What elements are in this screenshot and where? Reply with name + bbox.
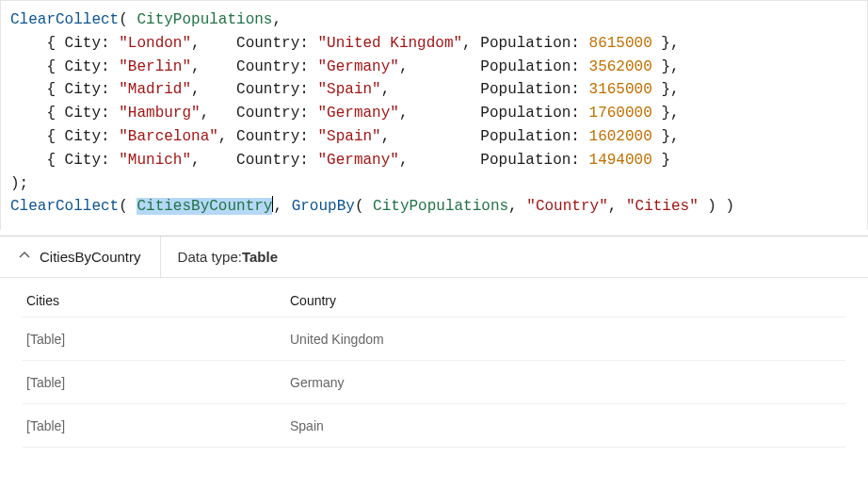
string-literal: "Spain" (317, 81, 380, 98)
string-literal: "Germany" (317, 152, 398, 169)
number-literal: 1760000 (589, 105, 652, 122)
function-name: ClearCollect (10, 198, 119, 215)
string-literal: "London" (119, 35, 191, 52)
string-literal: "Country" (526, 198, 607, 215)
cell-cities: [Table] (23, 332, 286, 347)
cell-country: United Kingdom (286, 332, 531, 347)
table-row[interactable]: [Table] United Kingdom (23, 318, 845, 361)
string-literal: "Hamburg" (119, 105, 200, 122)
collection-name: CityPopulations (137, 11, 272, 28)
result-table: Cities Country [Table] United Kingdom [T… (23, 284, 845, 448)
function-name: ClearCollect (10, 11, 119, 28)
paren-open: ( (119, 11, 137, 28)
number-literal: 8615000 (589, 35, 652, 52)
result-collapse-toggle[interactable]: CitiesByCountry (0, 236, 161, 277)
datatype-label: Data type: (178, 249, 242, 265)
result-header: CitiesByCountry Data type: Table (0, 236, 868, 278)
string-literal: "Spain" (317, 128, 380, 145)
close-record-block: ); (10, 175, 28, 192)
selected-identifier: CitiesByCountry (137, 198, 272, 215)
string-literal: "Barcelona" (119, 128, 218, 145)
string-literal: "Germany" (317, 58, 398, 75)
string-literal: "Germany" (317, 105, 398, 122)
string-literal: "Berlin" (119, 58, 191, 75)
string-literal: "Munich" (119, 152, 191, 169)
string-literal: "Madrid" (119, 81, 191, 98)
result-title: CitiesByCountry (40, 249, 141, 265)
chevron-up-icon (19, 250, 30, 264)
column-header-cities[interactable]: Cities (23, 293, 286, 308)
cell-country: Spain (286, 418, 531, 433)
column-header-country[interactable]: Country (286, 293, 531, 308)
cell-country: Germany (286, 375, 531, 390)
cell-cities: [Table] (23, 375, 286, 390)
number-literal: 1602000 (589, 128, 652, 145)
number-literal: 3165000 (589, 81, 652, 98)
result-pane: CitiesByCountry Data type: Table Cities … (0, 236, 868, 448)
function-name: GroupBy (292, 198, 355, 215)
datatype-value: Table (242, 249, 278, 265)
collection-name: CityPopulations (373, 198, 508, 215)
string-literal: "United Kingdom" (317, 35, 462, 52)
table-row[interactable]: [Table] Spain (23, 404, 845, 448)
table-row[interactable]: [Table] Germany (23, 361, 845, 404)
number-literal: 3562000 (589, 58, 652, 75)
cell-cities: [Table] (23, 418, 286, 433)
formula-bar[interactable]: ClearCollect( CityPopulations, { City: "… (0, 0, 868, 230)
string-literal: "Cities" (626, 198, 699, 215)
table-header-row: Cities Country (23, 284, 845, 318)
number-literal: 1494000 (589, 152, 652, 169)
result-datatype: Data type: Table (161, 236, 295, 277)
